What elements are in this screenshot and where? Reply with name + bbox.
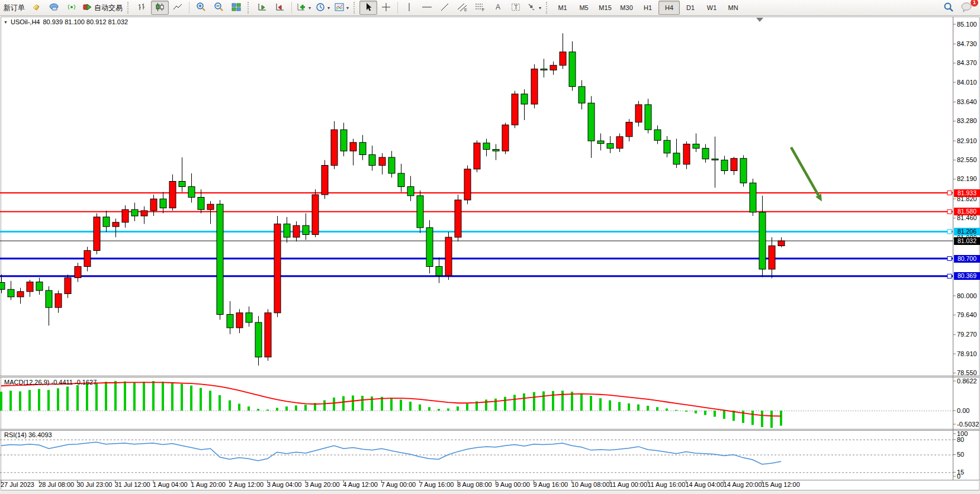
macd-axis-label: -0.5032: [957, 421, 979, 428]
notifications-button[interactable]: 1: [957, 1, 975, 15]
chart-shift-button[interactable]: [271, 1, 289, 15]
timeframe-h4-button[interactable]: H4: [658, 1, 680, 15]
trendline-icon: [440, 2, 449, 14]
search-button[interactable]: [940, 1, 957, 15]
price-axis-label: 84.370: [957, 59, 977, 67]
periods-button[interactable]: ▾: [313, 1, 332, 15]
price-badge: 80.369: [954, 272, 980, 280]
date-axis-label: 2 Aug 12:00: [229, 481, 264, 488]
timeframe-mn-button[interactable]: MN: [722, 1, 744, 15]
line-chart-button[interactable]: [169, 1, 187, 15]
timeframe-m5-button[interactable]: M5: [573, 1, 595, 15]
text-label-button[interactable]: T: [507, 1, 525, 15]
chart-shift-icon: [275, 2, 285, 14]
line-handle[interactable]: [947, 209, 952, 214]
templates-button[interactable]: ▾: [332, 1, 351, 15]
svg-text:A: A: [496, 3, 500, 11]
bar-chart-icon: [137, 2, 147, 14]
rsi-axis-label: 80: [957, 436, 964, 444]
timeframe-group: M1M5M15M30H1H4D1W1MN: [552, 1, 744, 15]
new-order-button[interactable]: 新订单: [1, 1, 27, 15]
line-chart-icon: [173, 2, 182, 14]
fibonacci-button[interactable]: F: [471, 1, 489, 15]
zoom-in-button[interactable]: [192, 1, 210, 15]
date-axis-label: 1 Aug 20:00: [191, 481, 226, 488]
chevron-down-icon: ▾: [327, 5, 330, 11]
date-axis-label: 7 Aug 16:00: [419, 481, 454, 488]
signals-button[interactable]: [63, 1, 81, 15]
symbol-quote-bar[interactable]: ▼ USOil-,H4 80.939 81.100 80.912 81.032: [4, 18, 128, 25]
main-toolbar: 新订单 自动交易 ▾ ▾ ▾ E F A T ▾ M1M5M15M30H1H4D…: [0, 0, 980, 16]
timeframe-h1-button[interactable]: H1: [637, 1, 658, 15]
auto-scroll-button[interactable]: [253, 1, 271, 15]
vertical-line-button[interactable]: [400, 1, 418, 15]
timeframe-m30-button[interactable]: M30: [616, 1, 637, 15]
quote-ohlc: 80.939 81.100 80.912 81.032: [43, 18, 128, 25]
price-axis-label: 82.550: [957, 156, 977, 164]
bar-chart-button[interactable]: [133, 1, 151, 15]
horizontal-line-button[interactable]: [418, 1, 436, 15]
price-axis-label: 83.640: [957, 98, 977, 106]
timeframe-d1-button[interactable]: D1: [680, 1, 701, 15]
vertical-line-icon: [406, 2, 413, 14]
line-handle[interactable]: [947, 230, 952, 234]
timeframe-m1-button[interactable]: M1: [552, 1, 573, 15]
arrows-icon: [527, 2, 536, 14]
svg-text:T: T: [514, 4, 518, 11]
symbol-dropdown-icon[interactable]: ▼: [4, 20, 8, 24]
date-axis-label: 11 Aug 00:00: [609, 481, 647, 488]
crosshair-button[interactable]: [377, 1, 395, 15]
candlestick-chart-button[interactable]: [151, 1, 169, 15]
gold-icon: [31, 2, 41, 14]
toolbar-grip: [248, 2, 251, 14]
timeframe-m15-button[interactable]: M15: [595, 1, 616, 15]
date-axis-label: 9 Aug 00:00: [495, 481, 530, 488]
fibonacci-icon: F: [475, 2, 486, 14]
horizontal-line-icon: [422, 2, 432, 14]
tile-windows-button[interactable]: [227, 1, 245, 15]
trendline-button[interactable]: [436, 1, 454, 15]
channel-button[interactable]: E: [454, 1, 471, 15]
macd-axis-label: 0.00: [957, 407, 969, 415]
macd-indicator-label: MACD(12,26,9) -0.4411 -0.1627: [4, 379, 97, 386]
arrows-button[interactable]: ▾: [525, 1, 544, 15]
zoom-out-button[interactable]: [210, 1, 227, 15]
price-axis-label: 84.010: [957, 79, 977, 86]
add-indicator-icon: [297, 2, 306, 14]
tile-windows-icon: [232, 2, 241, 14]
auto-trading-button[interactable]: 自动交易: [81, 1, 125, 15]
price-badge: 81.206: [954, 228, 980, 235]
notification-badge: 1: [971, 0, 978, 7]
rsi-axis-label: 0: [957, 473, 960, 480]
chart-canvas[interactable]: [0, 0, 980, 494]
new-order-label: 新订单: [4, 3, 25, 13]
toolbar-separator: [397, 2, 398, 14]
price-axis-label: 80.000: [957, 292, 977, 300]
timeframe-w1-button[interactable]: W1: [701, 1, 722, 15]
indicators-button[interactable]: ▾: [294, 1, 313, 15]
text-button[interactable]: A: [489, 1, 507, 15]
macd-axis-label: 0.8622: [957, 377, 977, 385]
date-axis-label: 14 Aug 20:00: [724, 481, 762, 488]
toolbar-grip: [546, 2, 550, 14]
date-axis-label: 28 Jul 08:00: [38, 481, 74, 488]
line-handle[interactable]: [947, 257, 952, 261]
zoom-out-icon: [214, 2, 224, 14]
cursor-button[interactable]: [359, 1, 377, 15]
line-handle[interactable]: [947, 274, 952, 278]
date-axis-label: 30 Jul 23:00: [77, 481, 113, 488]
line-handle[interactable]: [947, 191, 952, 195]
channel-icon: E: [457, 2, 468, 14]
date-axis-label: 3 Aug 20:00: [305, 481, 340, 488]
community-button[interactable]: [45, 1, 63, 15]
mql5-market-button[interactable]: [27, 1, 45, 15]
toolbar-grip: [354, 2, 357, 14]
svg-text:E: E: [464, 8, 467, 12]
price-axis-label: 78.910: [957, 350, 977, 358]
candlestick-icon: [155, 2, 165, 14]
auto-trading-icon: [83, 2, 92, 14]
crosshair-icon: [381, 2, 391, 14]
rsi-indicator-label: RSI(14) 36.4093: [4, 431, 52, 438]
chevron-down-icon: ▾: [346, 5, 349, 11]
date-axis-label: 3 Aug 04:00: [267, 481, 302, 488]
